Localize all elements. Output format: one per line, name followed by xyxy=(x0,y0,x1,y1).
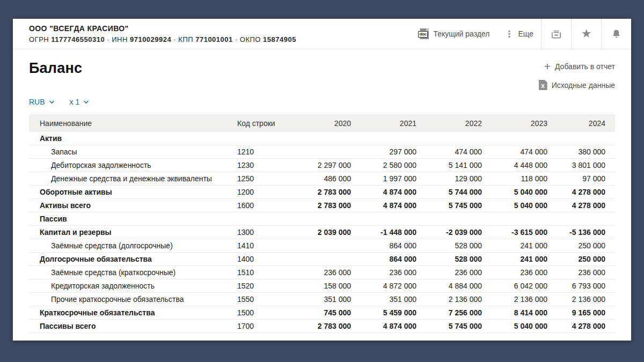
table-row[interactable]: Капитал и резервы13002 039 000-1 448 000… xyxy=(29,226,615,239)
row-value: 2 136 000 xyxy=(482,295,547,304)
company-name: ООО "ВСЕГДА КРАСИВО" xyxy=(29,24,296,33)
column-header: Наименование xyxy=(29,119,237,128)
table-row[interactable]: Актив xyxy=(29,132,615,145)
column-header: 2021 xyxy=(351,119,416,128)
row-value: 4 278 000 xyxy=(547,322,605,330)
reg-label: КПП xyxy=(178,35,193,43)
table-row[interactable]: Пассив xyxy=(29,212,615,226)
doc-icon: doc xyxy=(420,28,429,39)
row-value: 351 000 xyxy=(351,295,416,304)
more-button[interactable]: ⋮ Еще xyxy=(497,19,541,49)
inbox-icon xyxy=(550,28,562,40)
row-value: 7 256 000 xyxy=(416,308,482,317)
row-name: Активы всего xyxy=(29,201,237,210)
table-body: АктивЗапасы1210297 000474 000474 000380 … xyxy=(29,132,615,333)
table-row[interactable]: Дебиторская задолженность12302 297 0002 … xyxy=(29,159,615,172)
row-value: 9 165 000 xyxy=(547,308,605,317)
row-code: 1410 xyxy=(237,241,284,250)
row-value: 250 000 xyxy=(547,255,605,263)
currency-value: RUB xyxy=(29,98,45,106)
row-value: -3 615 000 xyxy=(482,228,547,237)
row-value: 2 783 000 xyxy=(284,201,351,210)
row-name: Денежные средства и денежные эквиваленты xyxy=(29,174,237,183)
row-value: 236 000 xyxy=(482,268,547,277)
row-value: 3 801 000 xyxy=(547,161,605,169)
row-value: 236 000 xyxy=(547,268,605,277)
row-code: 1230 xyxy=(237,161,284,169)
row-value: 745 000 xyxy=(284,308,351,317)
multiplier-value: x 1 xyxy=(70,98,80,106)
excel-file-icon: x xyxy=(539,80,547,90)
column-header: 2023 xyxy=(482,119,547,128)
row-value: 236 000 xyxy=(416,268,482,277)
report-actions: + Добавить в отчет x Исходные данные xyxy=(539,60,615,90)
row-value: 5 745 000 xyxy=(416,322,482,330)
row-code: 1520 xyxy=(237,282,284,290)
column-header: 2020 xyxy=(284,119,351,128)
table-row[interactable]: Кредиторская задолженность1520158 0004 8… xyxy=(29,279,615,293)
row-value: 474 000 xyxy=(416,147,482,156)
table-row[interactable]: Краткосрочные обязательства1500745 0005 … xyxy=(29,306,615,320)
row-value: 2 783 000 xyxy=(284,322,351,330)
table-row[interactable]: Пассивы всего17002 783 0004 874 0005 745… xyxy=(29,320,615,333)
reg-value: 9710029924 xyxy=(130,35,171,43)
row-name: Заёмные средства (краткосрочные) xyxy=(29,268,237,277)
table-row[interactable]: Прочие краткосрочные обязательства155035… xyxy=(29,293,615,306)
balance-table: НаименованиеКод строки202020212022202320… xyxy=(29,114,615,333)
row-value: 864 000 xyxy=(351,241,416,250)
row-value: 5 745 000 xyxy=(416,201,482,210)
row-name: Пассивы всего xyxy=(29,322,237,330)
row-value: 4 874 000 xyxy=(351,188,416,196)
table-row[interactable]: Заёмные средства (долгосрочные)1410864 0… xyxy=(29,239,615,253)
notifications-button[interactable] xyxy=(601,19,631,49)
row-value: 297 000 xyxy=(351,147,416,156)
row-value: 4 874 000 xyxy=(351,201,416,210)
table-row[interactable]: Денежные средства и денежные эквиваленты… xyxy=(29,172,615,186)
reg-label: ИНН xyxy=(112,35,128,43)
table-row[interactable]: Активы всего16002 783 0004 874 0005 745 … xyxy=(29,199,615,212)
currency-dropdown[interactable]: RUB xyxy=(29,98,55,106)
row-value: 4 884 000 xyxy=(416,282,482,290)
app-window: ООО "ВСЕГДА КРАСИВО" ОГРН 1177746550310 … xyxy=(13,19,631,341)
row-value: 4 874 000 xyxy=(351,322,416,330)
kebab-icon: ⋮ xyxy=(505,29,514,39)
column-header: 2022 xyxy=(416,119,482,128)
source-data-button[interactable]: x Исходные данные xyxy=(539,80,615,90)
add-to-report-button[interactable]: + Добавить в отчет xyxy=(544,62,615,71)
favorites-button[interactable]: ★ xyxy=(571,19,601,49)
current-section-button[interactable]: doc Текущий раздел xyxy=(412,19,497,49)
row-name: Долгосрочные обязательства xyxy=(29,255,237,263)
row-code: 1600 xyxy=(237,201,284,210)
table-row[interactable]: Заёмные средства (краткосрочные)1510236 … xyxy=(29,266,615,279)
table-row[interactable]: Запасы1210297 000474 000474 000380 000 xyxy=(29,145,615,159)
star-icon: ★ xyxy=(581,28,592,40)
row-name: Оборотные активы xyxy=(29,188,237,196)
table-row[interactable]: Оборотные активы12002 783 0004 874 0005 … xyxy=(29,186,615,199)
row-value: 380 000 xyxy=(547,147,605,156)
row-value: 864 000 xyxy=(351,255,416,263)
row-name: Пассив xyxy=(29,215,237,223)
multiplier-dropdown[interactable]: x 1 xyxy=(70,98,90,106)
row-value: -1 448 000 xyxy=(351,228,416,237)
row-value: 5 040 000 xyxy=(482,322,547,330)
main-content: Баланс + Добавить в отчет x Исходные дан… xyxy=(13,60,631,333)
row-value: 250 000 xyxy=(547,241,605,250)
row-value: 97 000 xyxy=(547,174,605,183)
row-value: 4 278 000 xyxy=(547,201,605,210)
row-value: 5 744 000 xyxy=(416,188,482,196)
row-value: 5 141 000 xyxy=(416,161,482,169)
table-row[interactable]: Долгосрочные обязательства1400864 000528… xyxy=(29,253,615,266)
reg-value: 771001001 xyxy=(195,35,233,43)
inbox-button[interactable] xyxy=(541,19,571,49)
row-value: 158 000 xyxy=(284,282,351,290)
row-code: 1510 xyxy=(237,268,284,277)
table-header-row: НаименованиеКод строки202020212022202320… xyxy=(29,114,615,132)
plus-icon: + xyxy=(544,63,551,70)
row-code: 1210 xyxy=(237,147,284,156)
row-code: 1200 xyxy=(237,188,284,196)
column-header: Код строки xyxy=(237,119,284,128)
column-header: 2024 xyxy=(547,119,605,128)
row-value: 241 000 xyxy=(482,241,547,250)
reg-label: ОКПО xyxy=(240,35,261,43)
excel-icon-letter: x xyxy=(539,83,547,90)
